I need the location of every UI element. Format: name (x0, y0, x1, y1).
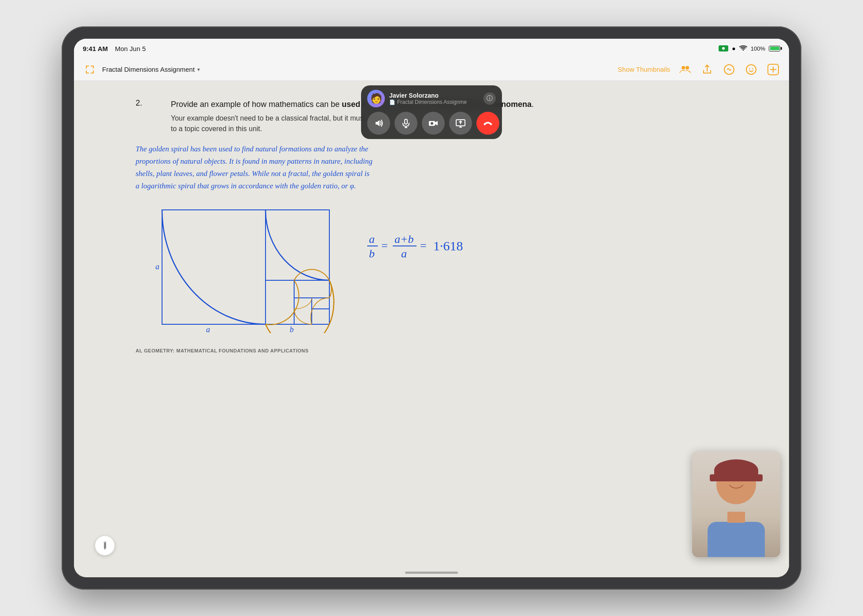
person-hat-brim (710, 474, 763, 481)
svg-text:1·618: 1·618 (433, 238, 463, 253)
ipad-screen: 9:41 AM Mon Jun 5 ● 100% (74, 39, 789, 577)
svg-text:=: = (381, 239, 388, 252)
collapse-button[interactable] (83, 62, 97, 77)
golden-ratio-formula: a b = a+b a = 1·618 (365, 201, 488, 263)
svg-text:b: b (369, 247, 375, 260)
facetime-screen-share-button[interactable] (449, 112, 472, 135)
facetime-speaker-button[interactable] (367, 112, 390, 135)
document-content: 2. Provide an example of how mathematics… (74, 81, 789, 577)
facetime-overlay: 🧑 Javier Solorzano 📄 Fractal Dimensions … (361, 85, 502, 139)
ipad-device: 9:41 AM Mon Jun 5 ● 100% (62, 26, 801, 590)
facetime-mic-button[interactable] (395, 112, 417, 135)
more-icon (767, 64, 779, 75)
show-thumbnails-button[interactable]: Show Thumbnails (618, 66, 670, 73)
emoji-icon (745, 64, 757, 75)
svg-point-32 (431, 122, 433, 125)
camera-active-indicator (719, 45, 728, 51)
svg-text:a: a (369, 233, 375, 246)
facetime-controls (367, 112, 496, 135)
collaborate-icon (679, 63, 691, 76)
svg-rect-27 (104, 541, 107, 543)
content-area: 2. Provide an example of how mathematics… (74, 81, 789, 577)
svg-text:a: a (206, 325, 210, 333)
caller-name: Javier Solorzano (389, 92, 479, 99)
home-indicator (405, 572, 458, 574)
pencil-tool-button[interactable] (95, 536, 114, 555)
status-date: Mon Jun 5 (115, 45, 146, 52)
caller-info: Javier Solorzano 📄 Fractal Dimensions As… (389, 92, 479, 105)
markup-icon (723, 64, 735, 75)
svg-point-3 (746, 65, 756, 74)
caller-avatar: 🧑 (367, 90, 385, 107)
wifi-icon: ● (732, 45, 735, 52)
svg-text:a+b: a+b (395, 233, 414, 246)
pip-person-view (692, 451, 780, 557)
svg-point-5 (752, 68, 753, 69)
facetime-camera-button[interactable] (422, 112, 445, 135)
battery-icon (769, 46, 780, 51)
svg-rect-28 (405, 119, 407, 124)
wifi-signal-icon (739, 45, 747, 51)
svg-point-0 (682, 66, 685, 70)
status-time: 9:41 AM (83, 45, 108, 52)
markup-button[interactable] (722, 62, 736, 77)
pip-video[interactable] (692, 451, 780, 557)
svg-text:=: = (420, 239, 427, 252)
golden-spiral-diagram: a a b (153, 201, 338, 335)
facetime-end-call-button[interactable] (476, 112, 499, 135)
handwritten-answer: The golden spiral has been used to find … (136, 143, 754, 192)
svg-text:b: b (290, 325, 294, 333)
facetime-caller-row: 🧑 Javier Solorzano 📄 Fractal Dimensions … (367, 90, 496, 107)
svg-rect-26 (104, 542, 106, 549)
svg-text:a: a (401, 247, 407, 260)
document-title-button[interactable]: Fractal Dimensions Assignment ▾ (102, 66, 200, 73)
share-button[interactable] (700, 62, 714, 77)
toolbar: Fractal Dimensions Assignment ▾ Show Thu… (74, 58, 789, 81)
status-bar: 9:41 AM Mon Jun 5 ● 100% (74, 39, 789, 58)
comment-button[interactable] (744, 62, 758, 77)
chevron-down-icon: ▾ (197, 66, 200, 73)
person-body (708, 522, 765, 557)
svg-point-1 (686, 66, 689, 70)
share-icon (702, 64, 712, 75)
more-options-button[interactable] (766, 62, 780, 77)
svg-text:a: a (155, 262, 159, 271)
collaborate-button[interactable] (678, 62, 692, 77)
document-title-text: Fractal Dimensions Assignment (102, 66, 195, 73)
svg-point-4 (749, 68, 750, 69)
collapse-icon (85, 65, 95, 74)
document-footer: AL GEOMETRY: MATHEMATICAL FOUNDATIONS AN… (136, 348, 754, 353)
facetime-doc-name: 📄 Fractal Dimensions Assignme (389, 99, 479, 105)
facetime-info-button[interactable]: ⓘ (483, 92, 496, 105)
person-neck (727, 512, 745, 523)
question-number: 2. (136, 99, 171, 134)
battery-percent: 100% (751, 45, 765, 52)
